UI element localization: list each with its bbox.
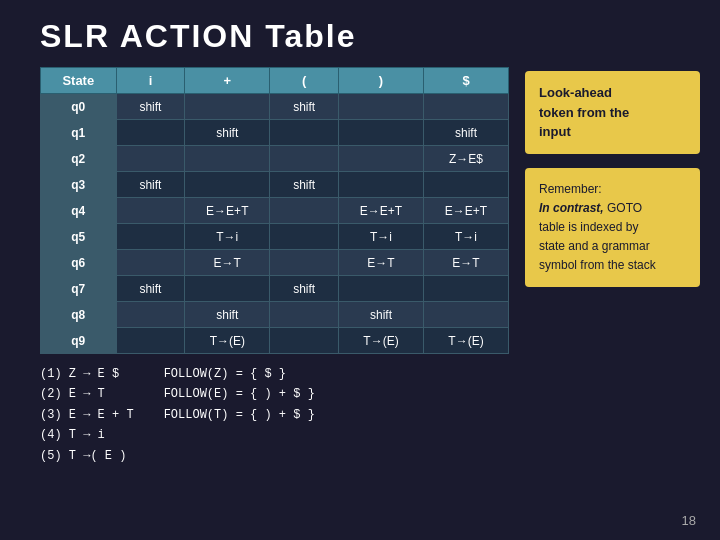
table-row: q7shiftshift <box>41 276 509 302</box>
table-row: q8shiftshift <box>41 302 509 328</box>
table-row: q1shiftshift <box>41 120 509 146</box>
header-lparen: ( <box>270 68 339 94</box>
header-i: i <box>116 68 185 94</box>
header-plus: + <box>185 68 270 94</box>
goto-box: Remember: In contrast, GOTO table is ind… <box>525 168 700 288</box>
right-panel: Look-aheadtoken from theinput Remember: … <box>525 67 700 354</box>
production-item: (4) T → i <box>40 425 134 445</box>
table-row: q2Z→E$ <box>41 146 509 172</box>
table-row: q4E→E+TE→E+TE→E+T <box>41 198 509 224</box>
productions: (1) Z → E $(2) E → T(3) E → E + T(4) T →… <box>40 364 134 466</box>
bottom-section: (1) Z → E $(2) E → T(3) E → E + T(4) T →… <box>0 354 720 466</box>
page-number: 18 <box>682 513 696 528</box>
table-row: q3shiftshift <box>41 172 509 198</box>
production-item: (1) Z → E $ <box>40 364 134 384</box>
table-row: q5T→iT→iT→i <box>41 224 509 250</box>
header-rparen: ) <box>339 68 424 94</box>
header-state: State <box>41 68 117 94</box>
table-row: q9T→(E)T→(E)T→(E) <box>41 328 509 354</box>
action-table: State i + ( ) $ q0shiftshiftq1shiftshift… <box>40 67 509 354</box>
follow-set-item: FOLLOW(T) = { ) + $ } <box>164 405 315 425</box>
follow-set-item: FOLLOW(E) = { ) + $ } <box>164 384 315 404</box>
table-row: q0shiftshift <box>41 94 509 120</box>
follow-sets: FOLLOW(Z) = { $ }FOLLOW(E) = { ) + $ }FO… <box>164 364 315 466</box>
production-item: (2) E → T <box>40 384 134 404</box>
follow-set-item: FOLLOW(Z) = { $ } <box>164 364 315 384</box>
lookahead-box: Look-aheadtoken from theinput <box>525 71 700 154</box>
production-item: (3) E → E + T <box>40 405 134 425</box>
header-dollar: $ <box>423 68 508 94</box>
page-title: SLR ACTION Table <box>0 0 720 67</box>
action-table-section: State i + ( ) $ q0shiftshiftq1shiftshift… <box>40 67 509 354</box>
table-row: q6E→TE→TE→T <box>41 250 509 276</box>
production-item: (5) T →( E ) <box>40 446 134 466</box>
